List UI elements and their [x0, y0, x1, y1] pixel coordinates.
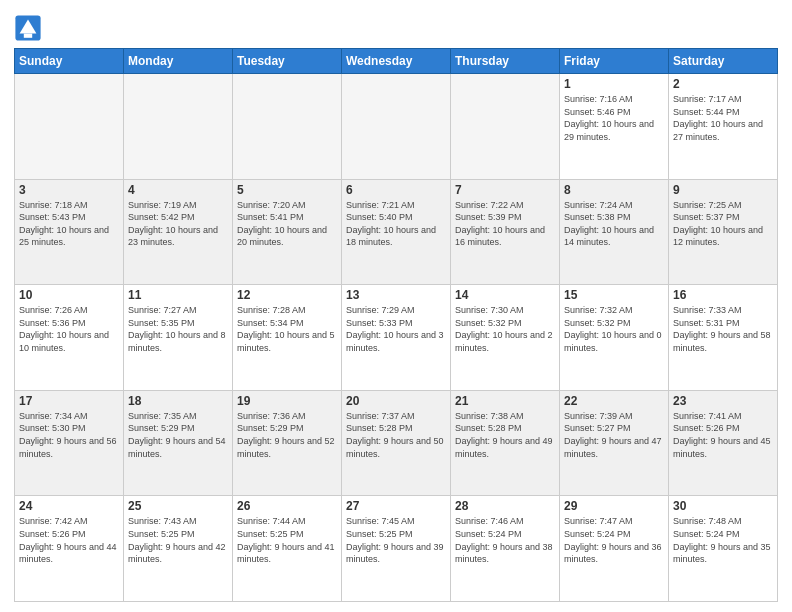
calendar-day-header: Sunday [15, 49, 124, 74]
day-info: Sunrise: 7:44 AMSunset: 5:25 PMDaylight:… [237, 515, 337, 565]
day-number: 15 [564, 288, 664, 302]
day-info: Sunrise: 7:35 AMSunset: 5:29 PMDaylight:… [128, 410, 228, 460]
calendar-day-cell: 13Sunrise: 7:29 AMSunset: 5:33 PMDayligh… [342, 285, 451, 391]
calendar-day-cell [342, 74, 451, 180]
day-number: 20 [346, 394, 446, 408]
calendar-day-cell: 8Sunrise: 7:24 AMSunset: 5:38 PMDaylight… [560, 179, 669, 285]
day-info: Sunrise: 7:48 AMSunset: 5:24 PMDaylight:… [673, 515, 773, 565]
day-number: 19 [237, 394, 337, 408]
day-info: Sunrise: 7:27 AMSunset: 5:35 PMDaylight:… [128, 304, 228, 354]
calendar-day-header: Thursday [451, 49, 560, 74]
header [14, 10, 778, 42]
calendar-day-cell [233, 74, 342, 180]
day-info: Sunrise: 7:16 AMSunset: 5:46 PMDaylight:… [564, 93, 664, 143]
day-number: 29 [564, 499, 664, 513]
day-number: 17 [19, 394, 119, 408]
calendar-day-header: Saturday [669, 49, 778, 74]
day-info: Sunrise: 7:45 AMSunset: 5:25 PMDaylight:… [346, 515, 446, 565]
day-number: 27 [346, 499, 446, 513]
calendar-header-row: SundayMondayTuesdayWednesdayThursdayFrid… [15, 49, 778, 74]
day-info: Sunrise: 7:30 AMSunset: 5:32 PMDaylight:… [455, 304, 555, 354]
logo [14, 14, 46, 42]
day-info: Sunrise: 7:47 AMSunset: 5:24 PMDaylight:… [564, 515, 664, 565]
calendar-day-cell: 21Sunrise: 7:38 AMSunset: 5:28 PMDayligh… [451, 390, 560, 496]
calendar-week-row: 17Sunrise: 7:34 AMSunset: 5:30 PMDayligh… [15, 390, 778, 496]
day-info: Sunrise: 7:39 AMSunset: 5:27 PMDaylight:… [564, 410, 664, 460]
day-info: Sunrise: 7:37 AMSunset: 5:28 PMDaylight:… [346, 410, 446, 460]
calendar-day-cell: 17Sunrise: 7:34 AMSunset: 5:30 PMDayligh… [15, 390, 124, 496]
day-number: 14 [455, 288, 555, 302]
day-info: Sunrise: 7:25 AMSunset: 5:37 PMDaylight:… [673, 199, 773, 249]
day-info: Sunrise: 7:41 AMSunset: 5:26 PMDaylight:… [673, 410, 773, 460]
day-number: 13 [346, 288, 446, 302]
calendar-day-cell [124, 74, 233, 180]
calendar-day-header: Monday [124, 49, 233, 74]
day-number: 22 [564, 394, 664, 408]
calendar-day-cell: 15Sunrise: 7:32 AMSunset: 5:32 PMDayligh… [560, 285, 669, 391]
calendar-day-cell: 1Sunrise: 7:16 AMSunset: 5:46 PMDaylight… [560, 74, 669, 180]
day-info: Sunrise: 7:28 AMSunset: 5:34 PMDaylight:… [237, 304, 337, 354]
calendar-week-row: 24Sunrise: 7:42 AMSunset: 5:26 PMDayligh… [15, 496, 778, 602]
day-info: Sunrise: 7:19 AMSunset: 5:42 PMDaylight:… [128, 199, 228, 249]
day-info: Sunrise: 7:17 AMSunset: 5:44 PMDaylight:… [673, 93, 773, 143]
day-info: Sunrise: 7:36 AMSunset: 5:29 PMDaylight:… [237, 410, 337, 460]
calendar-day-cell: 9Sunrise: 7:25 AMSunset: 5:37 PMDaylight… [669, 179, 778, 285]
calendar-day-cell: 25Sunrise: 7:43 AMSunset: 5:25 PMDayligh… [124, 496, 233, 602]
calendar-day-cell: 19Sunrise: 7:36 AMSunset: 5:29 PMDayligh… [233, 390, 342, 496]
calendar-day-cell: 28Sunrise: 7:46 AMSunset: 5:24 PMDayligh… [451, 496, 560, 602]
day-info: Sunrise: 7:42 AMSunset: 5:26 PMDaylight:… [19, 515, 119, 565]
day-number: 8 [564, 183, 664, 197]
day-number: 2 [673, 77, 773, 91]
day-info: Sunrise: 7:22 AMSunset: 5:39 PMDaylight:… [455, 199, 555, 249]
logo-icon [14, 14, 42, 42]
day-number: 23 [673, 394, 773, 408]
day-info: Sunrise: 7:43 AMSunset: 5:25 PMDaylight:… [128, 515, 228, 565]
calendar-day-cell: 10Sunrise: 7:26 AMSunset: 5:36 PMDayligh… [15, 285, 124, 391]
day-number: 18 [128, 394, 228, 408]
calendar-day-cell: 24Sunrise: 7:42 AMSunset: 5:26 PMDayligh… [15, 496, 124, 602]
day-number: 3 [19, 183, 119, 197]
day-info: Sunrise: 7:26 AMSunset: 5:36 PMDaylight:… [19, 304, 119, 354]
calendar-day-header: Wednesday [342, 49, 451, 74]
calendar-day-cell: 23Sunrise: 7:41 AMSunset: 5:26 PMDayligh… [669, 390, 778, 496]
calendar-day-cell: 22Sunrise: 7:39 AMSunset: 5:27 PMDayligh… [560, 390, 669, 496]
page: SundayMondayTuesdayWednesdayThursdayFrid… [0, 0, 792, 612]
day-info: Sunrise: 7:29 AMSunset: 5:33 PMDaylight:… [346, 304, 446, 354]
day-info: Sunrise: 7:32 AMSunset: 5:32 PMDaylight:… [564, 304, 664, 354]
calendar-day-cell: 20Sunrise: 7:37 AMSunset: 5:28 PMDayligh… [342, 390, 451, 496]
day-info: Sunrise: 7:46 AMSunset: 5:24 PMDaylight:… [455, 515, 555, 565]
calendar-day-cell: 3Sunrise: 7:18 AMSunset: 5:43 PMDaylight… [15, 179, 124, 285]
day-info: Sunrise: 7:33 AMSunset: 5:31 PMDaylight:… [673, 304, 773, 354]
calendar-day-cell: 2Sunrise: 7:17 AMSunset: 5:44 PMDaylight… [669, 74, 778, 180]
calendar-day-cell: 29Sunrise: 7:47 AMSunset: 5:24 PMDayligh… [560, 496, 669, 602]
day-number: 12 [237, 288, 337, 302]
day-number: 30 [673, 499, 773, 513]
day-info: Sunrise: 7:24 AMSunset: 5:38 PMDaylight:… [564, 199, 664, 249]
calendar-week-row: 1Sunrise: 7:16 AMSunset: 5:46 PMDaylight… [15, 74, 778, 180]
day-info: Sunrise: 7:18 AMSunset: 5:43 PMDaylight:… [19, 199, 119, 249]
day-number: 5 [237, 183, 337, 197]
day-number: 10 [19, 288, 119, 302]
calendar-day-cell [15, 74, 124, 180]
calendar-day-cell: 16Sunrise: 7:33 AMSunset: 5:31 PMDayligh… [669, 285, 778, 391]
day-number: 16 [673, 288, 773, 302]
day-info: Sunrise: 7:34 AMSunset: 5:30 PMDaylight:… [19, 410, 119, 460]
day-number: 7 [455, 183, 555, 197]
day-number: 1 [564, 77, 664, 91]
day-number: 28 [455, 499, 555, 513]
calendar-day-cell: 5Sunrise: 7:20 AMSunset: 5:41 PMDaylight… [233, 179, 342, 285]
calendar-day-header: Friday [560, 49, 669, 74]
day-number: 6 [346, 183, 446, 197]
day-number: 26 [237, 499, 337, 513]
day-number: 9 [673, 183, 773, 197]
calendar-day-cell: 30Sunrise: 7:48 AMSunset: 5:24 PMDayligh… [669, 496, 778, 602]
calendar-day-cell: 18Sunrise: 7:35 AMSunset: 5:29 PMDayligh… [124, 390, 233, 496]
day-number: 24 [19, 499, 119, 513]
calendar-day-cell: 4Sunrise: 7:19 AMSunset: 5:42 PMDaylight… [124, 179, 233, 285]
calendar-day-cell: 26Sunrise: 7:44 AMSunset: 5:25 PMDayligh… [233, 496, 342, 602]
calendar-day-cell: 7Sunrise: 7:22 AMSunset: 5:39 PMDaylight… [451, 179, 560, 285]
calendar-day-cell: 6Sunrise: 7:21 AMSunset: 5:40 PMDaylight… [342, 179, 451, 285]
calendar-day-cell: 27Sunrise: 7:45 AMSunset: 5:25 PMDayligh… [342, 496, 451, 602]
calendar-week-row: 10Sunrise: 7:26 AMSunset: 5:36 PMDayligh… [15, 285, 778, 391]
calendar-day-cell [451, 74, 560, 180]
